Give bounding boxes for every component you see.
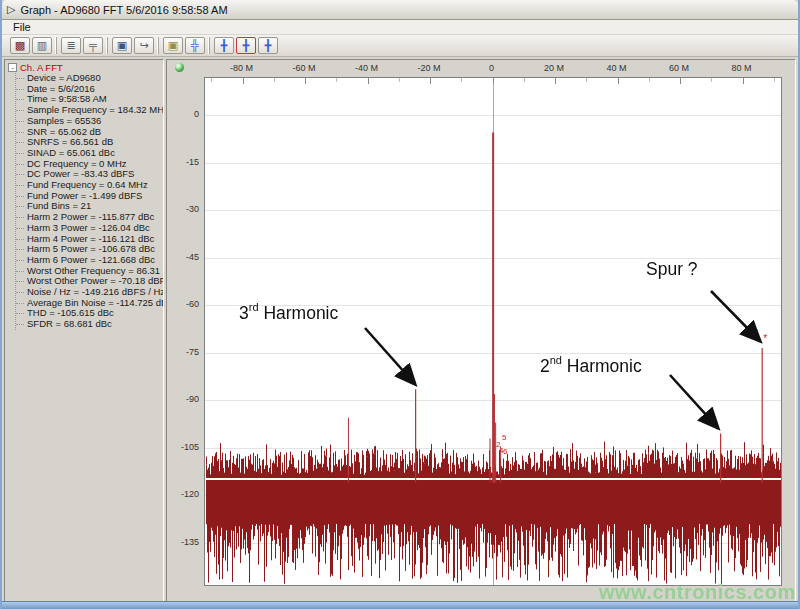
x-tick-label: -40 M <box>355 63 378 73</box>
menu-file[interactable]: File <box>9 21 35 33</box>
main-content: - Ch. A FFT Device = AD9680Date = 5/6/20… <box>2 57 798 605</box>
x-tick-label: 80 M <box>731 63 751 73</box>
toolbar: ▩▥ ≣╤ ▣↪ ▣╬ ╋╋╋ <box>2 35 798 57</box>
x-tick-label: -20 M <box>417 63 440 73</box>
x-tick-label: 0 <box>489 63 494 73</box>
y-tick-label: -75 <box>169 347 199 357</box>
toolbar-button-report-view[interactable]: ▥ <box>32 37 52 54</box>
toolbar-group: ≣╤ <box>56 37 107 54</box>
y-tick-label: -105 <box>169 442 199 452</box>
tree-items: Device = AD9680Date = 5/6/2016Time = 9:5… <box>15 73 163 330</box>
y-tick-label: -15 <box>169 157 199 167</box>
toolbar-button-fft-view[interactable]: ▩ <box>10 37 30 54</box>
tree-item[interactable]: Samples = 65536 <box>16 116 163 127</box>
toolbar-group: ╋╋╋ <box>209 37 282 54</box>
app-window: ▷ Graph - AD9680 FFT 5/6/2016 9:58:58 AM… <box>0 0 800 609</box>
x-tick-label: 20 M <box>544 63 564 73</box>
toolbar-button-zoom-xy[interactable]: ╋ <box>236 37 256 54</box>
window-title: Graph - AD9680 FFT 5/6/2016 9:58:58 AM <box>20 4 227 16</box>
tree-item[interactable]: Harm 3 Power = -126.04 dBc <box>16 223 163 234</box>
title-bar: ▷ Graph - AD9680 FFT 5/6/2016 9:58:58 AM <box>2 0 798 20</box>
toolbar-button-list[interactable]: ≣ <box>61 37 81 54</box>
tree-collapse-icon[interactable]: - <box>8 63 17 72</box>
y-tick-label: -30 <box>169 204 199 214</box>
y-tick-label: -120 <box>169 489 199 499</box>
toolbar-group: ▣↪ <box>107 37 158 54</box>
spur-annotation: Spur ? <box>646 258 698 280</box>
y-tick-label: -45 <box>169 252 199 262</box>
toolbar-button-grid[interactable]: ╬ <box>185 37 205 54</box>
toolbar-button-zoom-x[interactable]: ╋ <box>258 37 278 54</box>
x-tick-label: -60 M <box>292 63 315 73</box>
status-led-icon <box>175 63 184 72</box>
plot-panel: -80 M-60 M-40 M-20 M020 M40 M60 M80 M 0-… <box>166 59 796 603</box>
y-tick-label: -135 <box>169 537 199 547</box>
x-tick-label: -80 M <box>230 63 253 73</box>
toolbar-button-marker[interactable]: ╤ <box>83 37 103 54</box>
toolbar-group: ▩▥ <box>6 37 56 54</box>
toolbar-button-pan[interactable]: ╋ <box>214 37 234 54</box>
x-tick-label: 60 M <box>669 63 689 73</box>
toolbar-button-save[interactable]: ▣ <box>112 37 132 54</box>
window-bottom-frame <box>2 601 798 609</box>
y-tick-label: -90 <box>169 394 199 404</box>
fft-chart: 3rd Harmonic 2nd Harmonic Spur ? <box>204 77 782 586</box>
stats-tree-panel: - Ch. A FFT Device = AD9680Date = 5/6/20… <box>4 59 164 603</box>
y-tick-label: 0 <box>169 109 199 119</box>
menu-bar: File <box>2 20 798 35</box>
third-harmonic-annotation: 3rd Harmonic <box>239 302 338 324</box>
app-icon: ▷ <box>7 4 15 15</box>
fft-plot-canvas <box>205 78 781 585</box>
second-harmonic-annotation: 2nd Harmonic <box>540 355 642 377</box>
tree-item[interactable]: SFDR = 68.681 dBc <box>16 319 163 330</box>
x-tick-label: 40 M <box>606 63 626 73</box>
y-tick-label: -60 <box>169 299 199 309</box>
toolbar-group: ▣╬ <box>158 37 209 54</box>
toolbar-button-single-tone[interactable]: ▣ <box>163 37 183 54</box>
toolbar-button-export[interactable]: ↪ <box>134 37 154 54</box>
